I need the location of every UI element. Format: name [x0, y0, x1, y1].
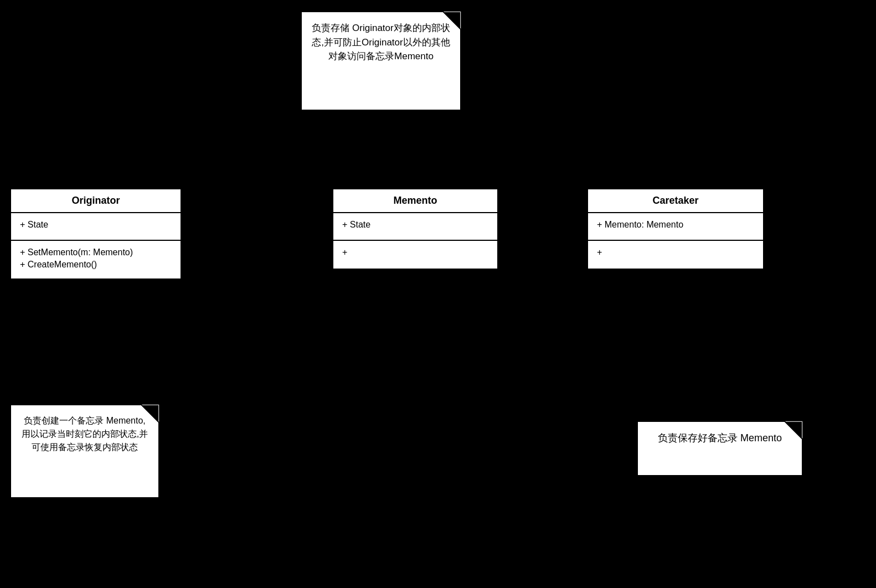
note-top-center: 负责存储 Originator对象的内部状态,并可防止Originator以外的… [301, 11, 461, 111]
note-bottom-left-text: 负责创建一个备忘录 Memento,用以记录当时刻它的内部状态,并可使用备忘录恢… [20, 414, 150, 454]
note-bottom-left: 负责创建一个备忘录 Memento,用以记录当时刻它的内部状态,并可使用备忘录恢… [10, 404, 159, 498]
class-originator-header: Originator [11, 189, 181, 213]
class-memento-attrs: + State [333, 213, 497, 241]
originator-method-creatememento: + CreateMemento() [20, 260, 172, 270]
class-caretaker-methods: + [588, 241, 763, 269]
caretaker-method-placeholder: + [597, 247, 754, 257]
fold-icon-br [784, 421, 803, 440]
svg-line-1 [82, 332, 93, 404]
class-originator: Originator + State + SetMemento(m: Memen… [10, 188, 182, 280]
class-memento-methods: + [333, 241, 497, 269]
svg-line-12 [784, 421, 803, 440]
svg-line-10 [141, 404, 159, 423]
memento-method-placeholder: + [342, 247, 488, 257]
originator-attr-state: + State [20, 220, 172, 230]
class-caretaker-attrs: + Memento: Memento [588, 213, 763, 241]
class-caretaker-header: Caretaker [588, 189, 763, 213]
svg-marker-11 [784, 421, 803, 440]
caretaker-attr-memento: + Memento: Memento [597, 220, 754, 230]
svg-line-0 [381, 111, 426, 189]
note-bottom-right: 负责保存好备忘录 Memento [637, 421, 803, 476]
originator-method-setmemento: + SetMemento(m: Memento) [20, 247, 172, 257]
fold-icon-bl [141, 404, 159, 423]
svg-line-2 [687, 332, 728, 421]
fold-icon [442, 11, 461, 30]
note-bottom-right-text: 负责保存好备忘录 Memento [647, 431, 793, 446]
memento-attr-state: + State [342, 220, 488, 230]
class-memento: Memento + State + [332, 188, 498, 270]
note-top-center-text: 负责存储 Originator对象的内部状态,并可防止Originator以外的… [311, 21, 451, 64]
class-caretaker: Caretaker + Memento: Memento + [587, 188, 764, 270]
svg-line-8 [442, 11, 461, 30]
diagram-canvas: 负责存储 Originator对象的内部状态,并可防止Originator以外的… [0, 0, 876, 588]
class-originator-attrs: + State [11, 213, 181, 241]
class-memento-header: Memento [333, 189, 497, 213]
class-originator-methods: + SetMemento(m: Memento) + CreateMemento… [11, 241, 181, 278]
